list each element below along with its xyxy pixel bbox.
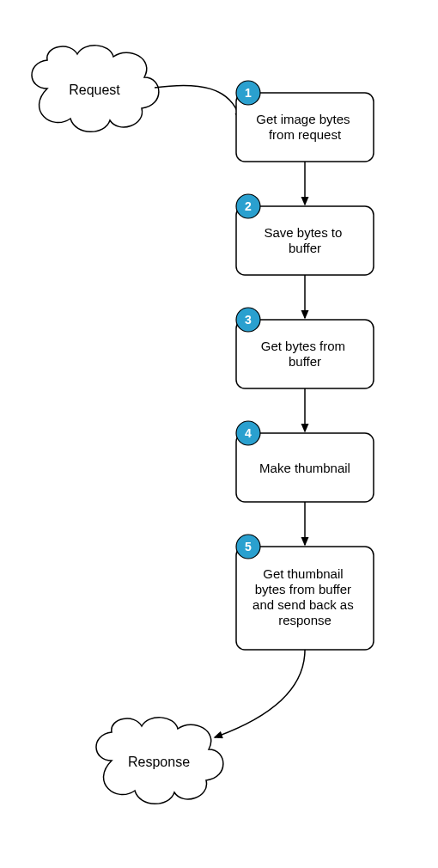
step-3: 3 Get bytes from buffer <box>236 308 374 388</box>
step-2: 2 Save bytes to buffer <box>236 194 374 275</box>
step-5: 5 Get thumbnail bytes from buffer and se… <box>236 535 374 650</box>
arrow-request-to-step1 <box>155 85 240 120</box>
step-4: 4 Make thumbnail <box>236 421 374 502</box>
step-3-number: 3 <box>245 313 252 327</box>
end-node: Response <box>96 718 223 804</box>
step-1-number: 1 <box>245 86 252 100</box>
start-label: Request <box>69 83 120 97</box>
step-1-label: Get image bytes from request <box>256 112 353 142</box>
arrow-step5-to-response <box>215 650 305 737</box>
start-node: Request <box>32 46 159 131</box>
step-2-number: 2 <box>245 199 252 213</box>
step-1: 1 Get image bytes from request <box>236 81 374 162</box>
step-4-number: 4 <box>245 426 252 440</box>
flow-diagram: Request 1 Get image bytes from request 2… <box>0 0 438 868</box>
step-5-number: 5 <box>245 540 252 553</box>
step-4-label: Make thumbnail <box>259 461 350 475</box>
end-label: Response <box>128 755 190 769</box>
